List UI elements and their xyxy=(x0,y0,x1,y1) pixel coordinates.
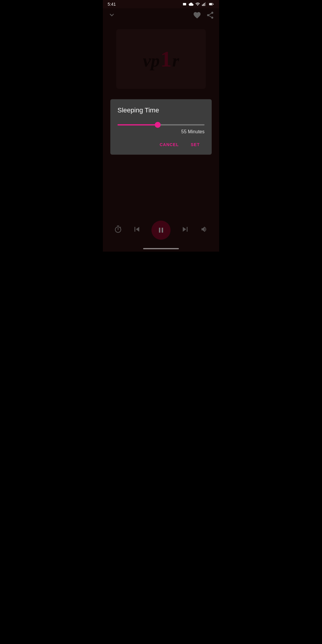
sleeping-time-dialog: Sleeping Time 55 Minutes CANCEL SET xyxy=(110,99,212,155)
svg-rect-4 xyxy=(205,2,206,6)
home-indicator xyxy=(143,248,179,249)
svg-rect-3 xyxy=(204,3,205,6)
svg-rect-6 xyxy=(209,3,212,5)
status-icons xyxy=(182,2,214,7)
cloud-icon xyxy=(189,2,193,7)
svg-rect-2 xyxy=(203,4,204,6)
slider-value: 55 Minutes xyxy=(117,129,205,134)
signal-icon xyxy=(202,2,207,7)
svg-rect-0 xyxy=(183,3,186,5)
wifi-icon xyxy=(195,2,200,7)
cancel-button[interactable]: CANCEL xyxy=(155,139,183,150)
slider-container xyxy=(117,121,205,127)
sleep-timer-slider[interactable] xyxy=(117,124,205,126)
dialog-title: Sleeping Time xyxy=(117,106,205,114)
svg-rect-1 xyxy=(202,4,203,6)
screen: 5:41 vp xyxy=(103,0,219,252)
notification-icon xyxy=(182,2,187,7)
set-button[interactable]: SET xyxy=(186,139,205,150)
status-time: 5:41 xyxy=(108,2,116,7)
svg-rect-7 xyxy=(213,4,213,5)
battery-icon xyxy=(208,2,214,7)
dialog-buttons: CANCEL SET xyxy=(117,139,205,150)
status-bar: 5:41 xyxy=(103,0,219,8)
